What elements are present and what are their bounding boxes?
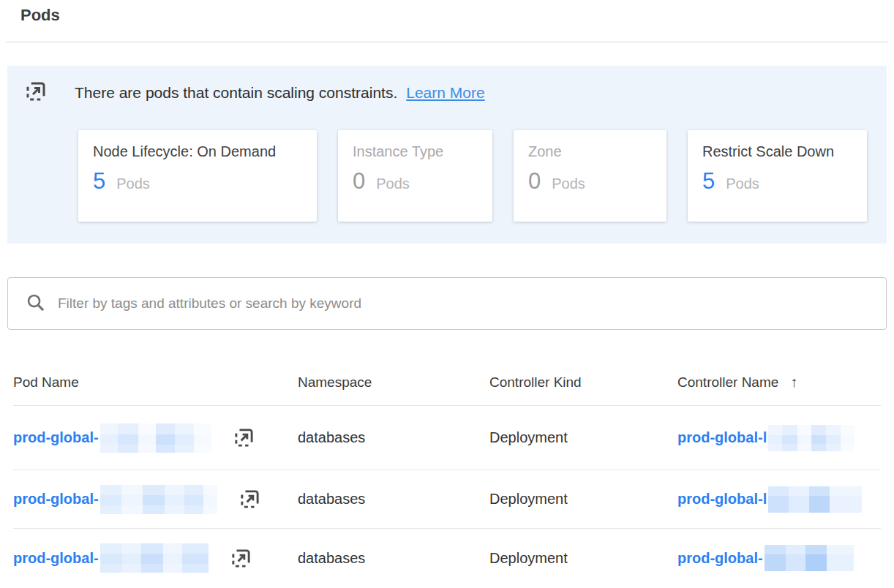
scaling-constraints-banner: There are pods that contain scaling cons… [7, 66, 887, 244]
redacted-pod-name [100, 543, 209, 573]
controller-kind-cell: Deployment [489, 550, 677, 567]
card-instance-type[interactable]: Instance Type 0 Pods [338, 130, 492, 222]
card-node-lifecycle[interactable]: Node Lifecycle: On Demand 5 Pods [78, 130, 317, 222]
card-count: 5 [702, 168, 715, 195]
scale-out-icon [233, 427, 255, 448]
controller-kind-cell: Deployment [489, 491, 677, 508]
scale-out-icon [239, 489, 260, 510]
scale-out-icon [230, 548, 252, 569]
banner-message: There are pods that contain scaling cons… [75, 84, 397, 102]
card-title: Instance Type [353, 143, 478, 160]
card-title: Zone [528, 143, 652, 160]
table-header-row: Pod Name Namespace Controller Kind Contr… [13, 363, 881, 406]
scale-out-icon [25, 80, 47, 105]
learn-more-link[interactable]: Learn More [406, 84, 484, 102]
controller-name-cell: prod-global- [677, 545, 881, 571]
card-count: 0 [528, 168, 541, 195]
table-row: prod-global- databases Deployment prod-g… [13, 406, 881, 470]
redacted-pod-name [100, 423, 211, 453]
card-unit: Pods [116, 176, 150, 192]
redacted-controller-name [768, 486, 862, 513]
card-unit: Pods [376, 176, 410, 192]
redacted-controller-name [768, 425, 854, 451]
card-unit: Pods [552, 176, 585, 192]
pod-name-cell: prod-global- [13, 485, 298, 514]
namespace-cell: databases [298, 491, 489, 508]
table-row: prod-global- databases Deployment prod-g… [13, 470, 881, 529]
controller-name-cell: prod-global-l [677, 486, 881, 513]
card-count: 0 [353, 168, 365, 195]
controller-kind-cell: Deployment [489, 429, 677, 446]
pod-name-link[interactable]: prod-global- [13, 550, 99, 567]
pod-name-cell: prod-global- [13, 423, 298, 453]
namespace-cell: databases [298, 550, 489, 567]
table-row: prod-global- databases Deployment prod-g… [13, 529, 881, 587]
filter-search-bar[interactable] [7, 277, 887, 330]
card-zone[interactable]: Zone 0 Pods [514, 130, 666, 222]
card-title: Restrict Scale Down [702, 143, 852, 160]
controller-name-link[interactable]: prod-global- [677, 550, 763, 567]
search-input[interactable] [58, 295, 868, 312]
column-header-pod-name[interactable]: Pod Name [13, 374, 298, 391]
header-divider [6, 42, 888, 42]
column-header-controller-kind[interactable]: Controller Kind [489, 374, 677, 391]
redacted-controller-name [765, 545, 854, 571]
redacted-pod-name [100, 485, 217, 514]
controller-name-cell: prod-global-l [677, 425, 881, 451]
sort-ascending-icon[interactable]: ↑ [790, 374, 797, 391]
page-title: Pods [20, 6, 894, 25]
constraint-cards: Node Lifecycle: On Demand 5 Pods Instanc… [78, 130, 869, 222]
namespace-cell: databases [298, 429, 489, 446]
controller-name-link[interactable]: prod-global-l [677, 429, 767, 446]
card-restrict-scale-down[interactable]: Restrict Scale Down 5 Pods [688, 130, 867, 222]
card-unit: Pods [726, 176, 759, 192]
pod-name-cell: prod-global- [13, 543, 298, 573]
column-header-controller-name[interactable]: Controller Name ↑ [677, 374, 881, 391]
card-title: Node Lifecycle: On Demand [93, 143, 302, 160]
pods-table: Pod Name Namespace Controller Kind Contr… [13, 363, 881, 587]
search-icon [26, 293, 45, 315]
column-header-namespace[interactable]: Namespace [298, 374, 489, 391]
pod-name-link[interactable]: prod-global- [13, 491, 99, 508]
card-count: 5 [93, 168, 105, 195]
controller-name-link[interactable]: prod-global-l [677, 491, 767, 508]
pod-name-link[interactable]: prod-global- [13, 429, 99, 446]
